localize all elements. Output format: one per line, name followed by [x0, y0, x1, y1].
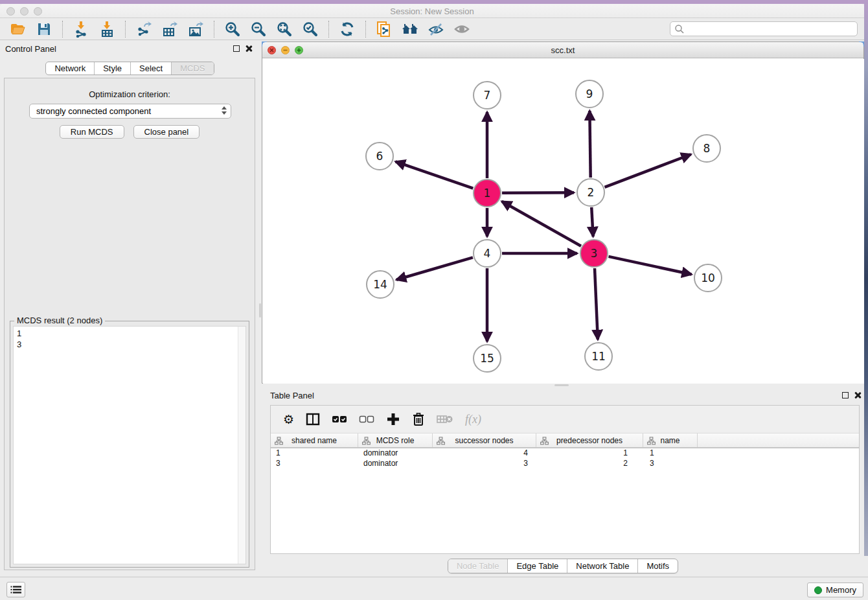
show-eye-icon[interactable] [453, 20, 471, 38]
toolbar-separator [328, 21, 329, 38]
toolbar-separator [62, 21, 63, 38]
tab-network-table[interactable]: Network Table [567, 559, 637, 573]
table-cell: 1 [271, 448, 358, 459]
edge-4-14[interactable] [396, 257, 473, 279]
node-4[interactable]: 4 [474, 240, 501, 267]
edge-3-10[interactable] [608, 257, 691, 275]
import-network-icon[interactable] [72, 20, 90, 38]
table-cell: 3 [433, 459, 536, 469]
column-header-name[interactable]: name [643, 433, 698, 447]
node-8[interactable]: 8 [693, 135, 720, 162]
unselect-all-icon[interactable] [359, 411, 374, 428]
horizontal-splitter-grip[interactable] [554, 384, 569, 386]
zoom-fit-icon[interactable] [275, 20, 293, 38]
tab-select[interactable]: Select [130, 62, 171, 75]
export-table-icon[interactable] [161, 20, 179, 38]
export-image-icon[interactable] [187, 20, 205, 38]
delete-column-icon[interactable] [412, 411, 425, 428]
export-network-icon[interactable] [135, 20, 153, 38]
criterion-dropdown-value: strongly connected component [36, 106, 151, 116]
criterion-dropdown[interactable]: strongly connected component [29, 104, 231, 119]
edge-3-11[interactable] [595, 268, 598, 340]
edge-3-1[interactable] [502, 202, 581, 246]
save-session-icon[interactable] [35, 20, 53, 38]
node-9[interactable]: 9 [576, 80, 603, 108]
desktop-wallpaper-right [864, 0, 868, 556]
task-history-button[interactable] [6, 582, 25, 597]
node-6[interactable]: 6 [366, 143, 393, 170]
node-15[interactable]: 15 [474, 345, 501, 372]
result-scrollbar[interactable] [238, 327, 246, 564]
table-row[interactable]: 3dominator323 [271, 459, 859, 469]
column-header-shared-name[interactable]: shared name [271, 433, 358, 447]
run-mcds-button[interactable]: Run MCDS [60, 125, 124, 139]
table-float-icon[interactable] [842, 392, 849, 398]
import-table-icon[interactable] [98, 20, 116, 38]
control-panel: Control Panel NetworkStyleSelectMCDS Opt… [0, 40, 260, 577]
node-label: 1 [484, 187, 491, 200]
homes-icon[interactable] [401, 20, 419, 38]
tab-node-table[interactable]: Node Table [448, 559, 508, 573]
table-panel-header: Table Panel [262, 387, 864, 404]
node-label: 8 [703, 142, 711, 155]
edge-2-9[interactable] [589, 111, 590, 178]
zoom-selected-icon[interactable] [301, 20, 319, 38]
node-3[interactable]: 3 [580, 240, 608, 267]
tab-mcds[interactable]: MCDS [171, 62, 213, 75]
hide-eye-icon[interactable] [427, 20, 445, 38]
split-columns-icon[interactable] [306, 411, 320, 428]
settings-gear-icon[interactable]: ⚙ [283, 411, 294, 428]
mcds-result-area[interactable]: 13 [13, 326, 246, 564]
vertical-splitter-grip[interactable] [259, 303, 261, 317]
dropdown-arrows-icon [222, 106, 227, 115]
column-header-MCDS-role[interactable]: MCDS role [358, 433, 433, 447]
duplicate-network-icon[interactable] [375, 20, 393, 38]
memory-button[interactable]: Memory [807, 583, 863, 597]
table-cell: 3 [271, 459, 358, 469]
node-table[interactable]: shared nameMCDS rolesuccessor nodesprede… [271, 433, 859, 469]
network-frame-titlebar[interactable]: scc.txt [262, 42, 863, 58]
search-input[interactable] [685, 23, 857, 35]
column-header-successor-nodes[interactable]: successor nodes [433, 433, 536, 447]
tab-edge-table[interactable]: Edge Table [507, 559, 567, 573]
node-label: 6 [376, 150, 383, 163]
table-cell: 2 [536, 459, 643, 469]
node-11[interactable]: 11 [585, 343, 612, 370]
refresh-layout-icon[interactable] [338, 20, 356, 38]
mcds-result-groupbox: MCDS result (2 nodes) 13 [10, 321, 249, 568]
edge-1-2[interactable] [502, 192, 574, 193]
node-7[interactable]: 7 [474, 82, 501, 109]
tab-network[interactable]: Network [46, 62, 94, 75]
close-panel-button[interactable]: Close panel [133, 125, 200, 139]
select-all-icon[interactable] [332, 411, 347, 428]
mcds-result-line: 3 [17, 339, 21, 350]
edge-2-8[interactable] [605, 154, 691, 187]
search-field[interactable] [670, 21, 858, 36]
close-panel-icon[interactable] [245, 45, 253, 52]
network-canvas[interactable]: 7968124314101511 [263, 59, 864, 384]
node-1[interactable]: 1 [474, 179, 501, 207]
float-panel-icon[interactable] [233, 45, 240, 52]
network-view-frame: scc.txt 7968124314101511 [262, 41, 864, 384]
edge-2-3[interactable] [591, 207, 593, 237]
toolbar-separator [365, 21, 366, 38]
node-10[interactable]: 10 [694, 264, 722, 292]
delete-table-icon [437, 411, 453, 428]
table-row[interactable]: 1dominator411 [271, 448, 859, 459]
node-label: 7 [484, 89, 491, 102]
network-frame-title: scc.txt [262, 45, 863, 55]
tab-motifs[interactable]: Motifs [637, 559, 678, 573]
edge-1-6[interactable] [396, 161, 474, 188]
node-14[interactable]: 14 [367, 271, 394, 298]
tab-style[interactable]: Style [94, 62, 130, 75]
open-session-icon[interactable] [9, 20, 27, 38]
node-2[interactable]: 2 [577, 179, 604, 206]
zoom-out-icon[interactable] [249, 20, 268, 38]
column-header-predecessor-nodes[interactable]: predecessor nodes [536, 433, 643, 447]
add-column-icon[interactable] [386, 411, 400, 428]
mcds-panel: Optimization criterion: strongly connect… [4, 78, 255, 570]
table-cell: 1 [643, 448, 698, 459]
table-close-icon[interactable] [854, 391, 862, 399]
mcds-result-title: MCDS result (2 nodes) [14, 316, 105, 325]
zoom-in-icon[interactable] [223, 20, 242, 38]
